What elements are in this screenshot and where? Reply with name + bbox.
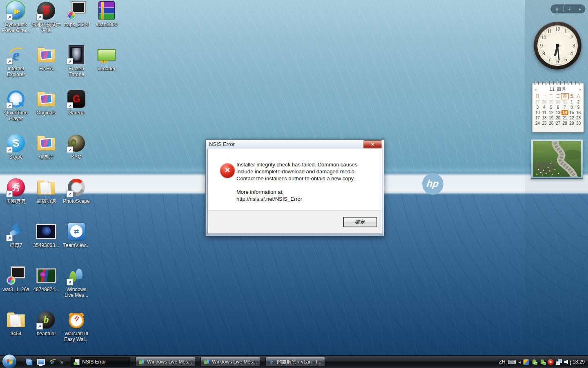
quick-launch-icon[interactable] xyxy=(24,357,33,366)
calendar-date-cell[interactable]: 22 xyxy=(568,115,575,121)
calendar-date-cell[interactable]: 25 xyxy=(541,121,548,126)
desktop-icon-image xyxy=(6,177,26,197)
calendar-date-cell[interactable]: 17 xyxy=(534,115,541,121)
gadget-next-button[interactable]: ▸ xyxy=(575,7,586,11)
desktop-icon[interactable]: QuickTime Player xyxy=(1,89,31,133)
keyboard-icon[interactable]: ⌨ xyxy=(508,359,516,365)
tray-icon[interactable] xyxy=(539,359,546,365)
calendar-date-cell[interactable]: 13 xyxy=(555,110,561,115)
desktop-icon[interactable]: 訊連科技威力導演 xyxy=(31,1,61,45)
calendar-date-cell[interactable]: 6 xyxy=(555,105,561,110)
taskbar-button[interactable]: 問題解答 ◦ vLan - I... xyxy=(265,357,325,367)
calendar-date-cell[interactable]: 7 xyxy=(561,105,568,110)
calendar-date-cell[interactable]: 27 xyxy=(534,99,541,105)
taskbar-button-icon xyxy=(268,359,275,365)
desktop-icon[interactable]: 48748974... xyxy=(31,266,61,310)
desktop-icon[interactable]: Warcraft III Easy Wai... xyxy=(61,310,91,354)
quick-launch-overflow-chevron[interactable]: » xyxy=(60,359,63,365)
taskbar-button[interactable]: NSIS Error xyxy=(71,357,130,367)
desktop-icon[interactable]: vLan2900 xyxy=(91,1,122,45)
calendar-date-cell[interactable]: 23 xyxy=(575,115,582,121)
desktop-icon[interactable]: war3_1_26a xyxy=(1,266,31,310)
desktop-icon[interactable]: Originals xyxy=(31,89,61,133)
tray-collapse-arrow[interactable]: ◂ xyxy=(519,360,521,364)
desktop-icon[interactable]: Internet Explorer xyxy=(1,45,31,89)
calendar-date-cell[interactable]: 30 xyxy=(575,121,582,126)
calendar-date-cell[interactable]: 19 xyxy=(548,115,555,121)
calendar-date-cell[interactable]: 10 xyxy=(534,110,541,115)
language-indicator[interactable]: ZH xyxy=(499,359,506,365)
calendar-date-cell[interactable]: 2 xyxy=(575,99,582,105)
start-button[interactable] xyxy=(2,355,16,368)
tray-icon[interactable] xyxy=(564,359,570,365)
tray-icon[interactable] xyxy=(556,359,562,365)
desktop-icon[interactable]: 35493063... xyxy=(31,222,61,266)
calendar-date-cell[interactable]: 29 xyxy=(548,99,555,105)
quick-launch-icon[interactable] xyxy=(36,357,45,366)
calendar-date-cell[interactable]: 12 xyxy=(548,110,555,115)
tray-icon[interactable] xyxy=(531,359,537,365)
dialog-more-info-label: More information at: xyxy=(236,189,374,196)
desktop-icon-image xyxy=(6,222,26,241)
desktop-icon-label: Internet Explorer xyxy=(1,66,31,77)
desktop-icon-image xyxy=(67,1,86,20)
calendar-date-cell[interactable]: 11 xyxy=(541,110,548,115)
desktop-icon[interactable]: fraps_2.9.4 xyxy=(61,1,91,45)
calendar-date-cell[interactable]: 14 xyxy=(561,110,568,115)
gadget-prev-button[interactable]: ◂ xyxy=(564,7,575,11)
desktop-icon-image xyxy=(97,45,116,65)
tray-icon[interactable] xyxy=(523,359,529,365)
calendar-date-cell[interactable]: 9 xyxy=(575,105,582,110)
desktop-icon[interactable]: beanfun! xyxy=(31,310,61,354)
calendar-date-cell[interactable]: 31 xyxy=(561,99,568,105)
calendar-date-cell[interactable]: 20 xyxy=(555,115,561,121)
desktop-icon[interactable]: CyberLink PowerCine... xyxy=(1,1,31,45)
desktop-icon[interactable]: vLoader xyxy=(91,45,122,89)
calendar-date-cell[interactable]: 30 xyxy=(555,99,561,105)
calendar-date-cell[interactable]: 29 xyxy=(568,121,575,126)
desktop-icon[interactable]: 据淳7 xyxy=(1,222,31,266)
desktop-icon[interactable]: 信長片 xyxy=(31,133,61,177)
desktop-icon[interactable]: TeamView... xyxy=(61,222,91,266)
taskbar-button[interactable]: Windows Live Mes... xyxy=(136,357,195,367)
desktop-icon-label: 35493063... xyxy=(33,242,59,248)
calendar-date-cell[interactable]: 28 xyxy=(541,99,548,105)
calendar-date-cell[interactable]: 21 xyxy=(561,115,568,121)
desktop-icon-label: 9454 xyxy=(11,331,22,337)
quick-launch-icon[interactable] xyxy=(48,357,57,366)
desktop-icon[interactable]: 美图秀秀 xyxy=(1,177,31,222)
calendar-date-cell[interactable]: 16 xyxy=(575,110,582,115)
calendar-date-cell[interactable]: 26 xyxy=(548,121,555,126)
tray-icon-group xyxy=(523,359,570,365)
desktop-icon-image xyxy=(67,222,86,241)
desktop-icon[interactable]: Garena xyxy=(61,89,91,133)
desktop-icon[interactable]: HAHA xyxy=(31,45,61,89)
calendar-date-cell[interactable]: 1 xyxy=(568,99,575,105)
calendar-date-cell[interactable]: 18 xyxy=(541,115,548,121)
tray-clock[interactable]: 18:29 xyxy=(572,359,585,365)
desktop-icon-image xyxy=(36,177,56,197)
desktop-icon[interactable]: Skype xyxy=(1,133,31,177)
desktop-icon[interactable]: PhotoScape xyxy=(61,177,91,222)
tray-icon[interactable] xyxy=(548,359,554,365)
calendar-date-cell[interactable]: 27 xyxy=(555,121,561,126)
calendar-date-cell[interactable]: 5 xyxy=(548,105,555,110)
shortcut-arrow-icon xyxy=(7,147,12,153)
desktop-icon[interactable]: 電腦功課 xyxy=(31,177,61,222)
calendar-date-cell[interactable]: 4 xyxy=(541,105,548,110)
desktop-icon[interactable]: Windows Live Mes... xyxy=(61,266,91,310)
ok-button[interactable]: 確定 xyxy=(343,217,377,227)
calendar-next-month-button[interactable]: ▸ xyxy=(579,88,581,92)
desktop-icon[interactable]: KYO xyxy=(61,133,91,177)
calendar-date-cell[interactable]: 8 xyxy=(568,105,575,110)
desktop-icon[interactable]: Frozen Throne xyxy=(61,45,91,89)
desktop-icon[interactable]: 9454 xyxy=(1,310,31,354)
calendar-date-cell[interactable]: 24 xyxy=(534,121,541,126)
close-button[interactable]: × xyxy=(363,141,382,148)
taskbar-button[interactable]: Windows Live Mes... xyxy=(200,357,260,367)
dialog-titlebar[interactable]: NSIS Error × xyxy=(206,140,384,149)
add-gadget-button[interactable]: + xyxy=(550,6,564,12)
calendar-date-cell[interactable]: 15 xyxy=(568,110,575,115)
calendar-date-cell[interactable]: 28 xyxy=(561,121,568,126)
calendar-date-cell[interactable]: 3 xyxy=(534,105,541,110)
